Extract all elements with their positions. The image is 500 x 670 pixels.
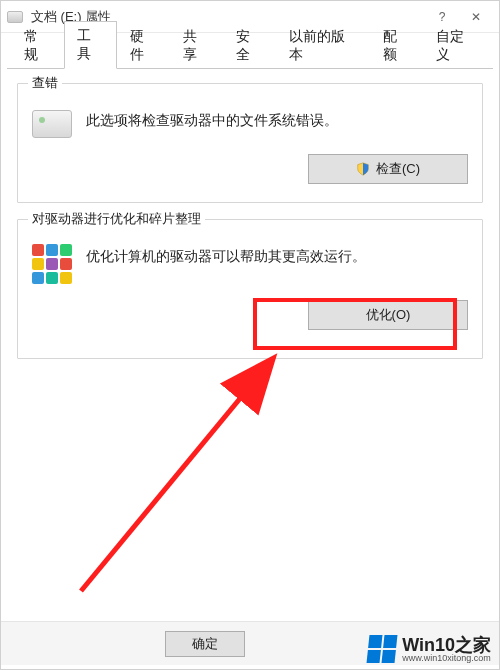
watermark: Win10之家 www.win10xitong.com (368, 635, 491, 663)
ok-button-label: 确定 (192, 635, 218, 653)
properties-dialog: 文档 (E:) 属性 ? ✕ 常规 工具 硬件 共享 安全 以前的版本 配额 自… (0, 0, 500, 670)
group-optimize: 对驱动器进行优化和碎片整理 优化计算机的驱动器可以帮助其更高效运行。 优化(O) (17, 219, 483, 359)
check-button[interactable]: 检查(C) (308, 154, 468, 184)
tab-sharing[interactable]: 共享 (170, 22, 223, 69)
optimize-desc: 优化计算机的驱动器可以帮助其更高效运行。 (86, 242, 366, 267)
error-checking-desc: 此选项将检查驱动器中的文件系统错误。 (86, 106, 338, 131)
drive-icon (7, 11, 23, 23)
tab-quota[interactable]: 配额 (370, 22, 423, 69)
defrag-icon (32, 244, 72, 284)
tab-customize[interactable]: 自定义 (423, 22, 490, 69)
ok-button[interactable]: 确定 (165, 631, 245, 657)
watermark-title: Win10之家 (402, 636, 491, 654)
tabstrip: 常规 工具 硬件 共享 安全 以前的版本 配额 自定义 (7, 39, 493, 69)
windows-logo-icon (367, 635, 398, 663)
error-checking-row: 此选项将检查驱动器中的文件系统错误。 (32, 106, 468, 138)
tab-tools[interactable]: 工具 (64, 21, 117, 69)
optimize-button-label: 优化(O) (366, 306, 411, 324)
tab-previous-versions[interactable]: 以前的版本 (276, 22, 370, 69)
optimize-button-row: 优化(O) (32, 300, 468, 330)
optimize-button[interactable]: 优化(O) (308, 300, 468, 330)
tab-hardware[interactable]: 硬件 (117, 22, 170, 69)
dialog-content: 常规 工具 硬件 共享 安全 以前的版本 配额 自定义 查错 此选项将检查驱动器… (1, 33, 499, 385)
watermark-text: Win10之家 www.win10xitong.com (402, 636, 491, 663)
drive-icon-large (32, 110, 72, 138)
group-error-checking: 查错 此选项将检查驱动器中的文件系统错误。 检查(C) (17, 83, 483, 203)
watermark-subtext: www.win10xitong.com (402, 654, 491, 663)
tab-page-tools: 查错 此选项将检查驱动器中的文件系统错误。 检查(C) 对驱 (7, 69, 493, 385)
tab-general[interactable]: 常规 (11, 22, 64, 69)
group-error-checking-legend: 查错 (28, 74, 62, 92)
svg-line-0 (81, 361, 271, 591)
check-button-label: 检查(C) (376, 160, 420, 178)
tab-security[interactable]: 安全 (223, 22, 276, 69)
error-checking-button-row: 检查(C) (32, 154, 468, 184)
shield-icon (356, 162, 370, 176)
optimize-row: 优化计算机的驱动器可以帮助其更高效运行。 (32, 242, 468, 284)
group-optimize-legend: 对驱动器进行优化和碎片整理 (28, 210, 205, 228)
